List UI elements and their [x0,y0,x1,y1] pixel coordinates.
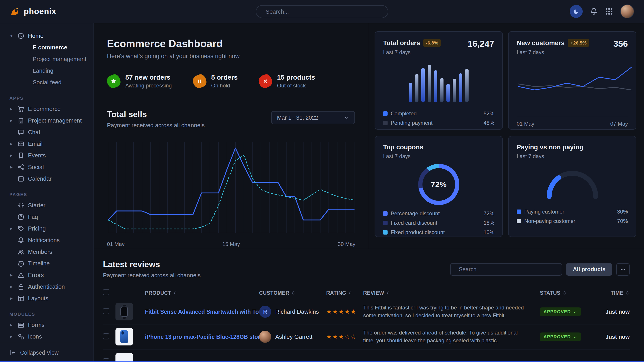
bottom-scroll-strip[interactable] [0,361,644,362]
legend-swatch [517,210,521,214]
select-all-checkbox[interactable] [103,289,109,295]
product-thumbnail[interactable] [116,353,133,362]
theme-toggle-button[interactable] [570,5,583,18]
sidebar-item-project-management[interactable]: ▸Project management [0,115,93,126]
status-badge: APPROVED [540,333,581,341]
product-link[interactable]: Fitbit Sense Advanced Smartwatch with To… [145,309,259,315]
sidebar-item-layouts[interactable]: ▸Layouts [0,293,93,304]
lock-icon [18,283,24,290]
order-stats-row: 57 new ordersAwating processing5 ordersO… [107,73,355,89]
global-search-input[interactable] [266,8,382,15]
sidebar-item-pricing[interactable]: ▸Pricing [0,223,93,234]
sidebar-item-events[interactable]: ▸Events [0,150,93,161]
total-orders-trend-badge: -6.8% [423,39,441,47]
layout-icon [18,295,24,302]
caret-right-icon: ▸ [9,153,14,158]
tag-icon [18,225,24,232]
row-checkbox[interactable] [103,308,109,314]
product-thumbnail[interactable] [116,303,133,321]
legend-swatch [517,219,521,223]
sidebar-item-social[interactable]: ▸Social [0,161,93,173]
sidebar-item-e-commerce[interactable]: ▸E commerce [0,103,93,115]
row-checkbox[interactable] [103,333,109,340]
apps-grid-button[interactable] [605,7,613,15]
topbar: phoenix [0,0,644,23]
phoenix-logo-icon [10,6,20,16]
sort-icon [562,291,567,295]
reviews-search-input[interactable] [459,266,557,273]
caret-right-icon: ▸ [9,226,14,231]
sidebar-item-email[interactable]: ▸Email [0,138,93,150]
sidebar-item-timeline[interactable]: Timeline [0,258,93,269]
clipboard-icon [18,117,24,124]
x-axis-label: 15 May [222,241,240,247]
legend-label: Pending payment [391,120,432,126]
legend-swatch [383,211,388,216]
customer-name: Richard Dawkins [275,308,319,315]
check-icon [573,335,577,339]
sidebar-item-home[interactable]: ▾Home [0,30,93,41]
column-header-product[interactable]: PRODUCT [145,290,259,296]
stat-value: 5 orders [211,73,238,81]
customer-cell[interactable]: RRichard Dawkins [259,306,326,318]
customer-cell[interactable]: AAshley Garrett [259,331,326,343]
sidebar-item-notifications[interactable]: Notifications [0,234,93,246]
sidebar-item-icons[interactable]: ▸Icons [0,331,93,342]
global-search[interactable] [256,5,388,18]
total-orders-title: Total orders [383,39,420,47]
collapsed-view-label: Collapsed View [20,350,59,356]
sidebar-subitem-e-commerce[interactable]: E commerce [0,41,93,53]
total-sells-header: Total sells Payment received across all … [107,110,355,129]
column-header-time[interactable]: TIME [611,290,630,296]
sidebar-item-members[interactable]: Members [0,246,93,258]
order-bar [465,69,468,102]
product-thumbnail[interactable] [116,328,133,346]
rating-stars: ★★★★★ [326,308,363,315]
column-header-rating[interactable]: RATING [326,290,363,296]
sidebar-item-starter[interactable]: Starter [0,199,93,211]
column-header-customer[interactable]: CUSTOMER [259,290,326,296]
sidebar-subitem-landing[interactable]: Landing [0,65,93,76]
legend-value: 72% [484,210,494,217]
app-window: phoenix ▾HomeE commerceProject managemen… [0,0,644,362]
notifications-button[interactable] [590,7,598,15]
product-link[interactable]: iPhone 13 pro max-Pacific Blue-128GB sto… [145,334,259,340]
sidebar-subitem-social-feed[interactable]: Social feed [0,76,93,88]
sidebar-item-errors[interactable]: ▸Errors [0,269,93,281]
total-orders-card: Total orders -6.8% Last 7 days 16,247 Co… [374,31,503,130]
new-customers-period: Last 7 days [517,49,589,55]
collapsed-view-toggle[interactable]: Collapsed View [0,343,93,362]
column-header-status[interactable]: STATUS [540,290,588,296]
status-badge: APPROVED [540,308,581,316]
review-time: Just now [606,334,630,340]
brand-logo[interactable]: phoenix [10,6,56,16]
total-orders-period: Last 7 days [383,49,441,55]
legend-item-completed: Completed52% [383,110,494,117]
column-header-review[interactable]: REVIEW [363,290,540,296]
reviews-table-body: Fitbit Sense Advanced Smartwatch with To… [103,299,630,362]
date-range-select[interactable]: Mar 1 - 31, 2022 [271,111,355,124]
customer-name: Ashley Garrett [275,333,312,340]
sidebar-item-forms[interactable]: ▸Forms [0,319,93,331]
more-options-button[interactable] [616,263,630,276]
clock-icon [18,32,24,39]
user-avatar[interactable] [620,4,634,18]
total-sells-chart-svg [107,141,355,238]
caret-right-icon: ▸ [9,272,14,278]
sidebar-item-calendar[interactable]: Calendar [0,173,93,184]
sidebar-subitem-project-management[interactable]: Project management [0,53,93,65]
new-customers-title: New customers [517,39,564,47]
donut-center-label: 72% [431,180,446,189]
reviews-search[interactable] [450,263,562,276]
sidebar-item-chat[interactable]: Chat [0,126,93,138]
cart-icon [18,105,24,112]
sidebar-item-faq[interactable]: Faq [0,211,93,223]
legend-label: Completed [391,110,417,117]
all-products-button[interactable]: All products [566,263,612,276]
pause-icon [196,78,203,85]
review-text: The order was delivered ahead of schedul… [363,329,540,345]
form-icon [18,322,24,329]
sidebar-item-authentication[interactable]: ▸Authentication [0,281,93,293]
new-customers-chart-svg [517,63,633,110]
phone-image [120,330,128,343]
